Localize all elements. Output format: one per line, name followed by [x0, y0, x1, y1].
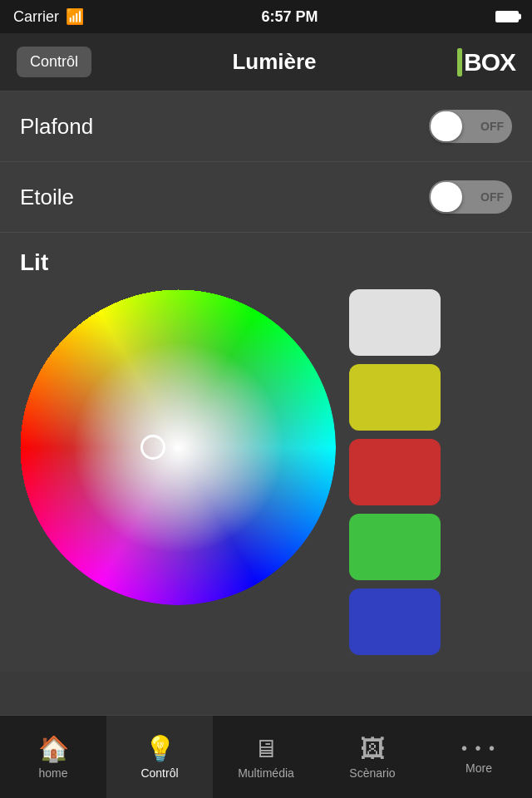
nav-title: Lumière [232, 49, 316, 75]
logo-bar [457, 48, 462, 76]
status-bar-left: Carrier 📶 [13, 7, 84, 26]
back-button[interactable]: Contrôl [17, 47, 91, 77]
plafond-toggle[interactable]: OFF [429, 110, 512, 143]
content-area: Plafond OFF Etoile OFF Lit [0, 91, 532, 672]
status-bar-right [495, 11, 519, 22]
color-swatches [349, 289, 512, 655]
wifi-icon: 📶 [66, 7, 84, 26]
tab-home[interactable]: 🏠 home [0, 716, 106, 798]
plafond-state: OFF [480, 120, 504, 133]
scenario-icon: 🖼 [360, 735, 385, 763]
tab-more-label: More [466, 761, 492, 775]
plafond-row: Plafond OFF [0, 91, 532, 162]
logo-text: BOX [464, 48, 515, 76]
swatch-white[interactable] [349, 289, 441, 356]
plafond-knob [431, 111, 462, 141]
control-icon: 💡 [145, 734, 175, 763]
swatch-blue[interactable] [349, 589, 441, 655]
etoile-toggle[interactable]: OFF [429, 180, 512, 214]
tab-scenario[interactable]: 🖼 Scènario [319, 716, 426, 798]
tab-control[interactable]: 💡 Contrôl [106, 716, 213, 798]
more-icon: • • • [461, 739, 496, 758]
lit-section: Lit [0, 233, 532, 672]
tab-multimedia[interactable]: 🖥 Multimédia [213, 716, 319, 798]
tab-bar: 🏠 home 💡 Contrôl 🖥 Multimédia 🖼 Scènario… [0, 715, 532, 798]
plafond-label: Plafond [20, 114, 93, 140]
nav-logo: BOX [457, 48, 515, 76]
status-bar: Carrier 📶 6:57 PM [0, 0, 532, 33]
nav-bar: Contrôl Lumière BOX [0, 33, 532, 91]
lit-label: Lit [20, 249, 512, 276]
swatch-green[interactable] [349, 514, 441, 580]
multimedia-icon: 🖥 [254, 735, 278, 763]
tab-home-label: home [38, 766, 67, 780]
etoile-row: Etoile OFF [0, 162, 532, 233]
tab-more[interactable]: • • • More [426, 716, 532, 798]
status-bar-time: 6:57 PM [261, 8, 318, 26]
color-wheel-container[interactable] [20, 289, 336, 605]
color-area [20, 289, 512, 655]
swatch-red[interactable] [349, 439, 441, 505]
etoile-state: OFF [480, 190, 504, 204]
tab-multimedia-label: Multimédia [238, 766, 294, 780]
color-wheel[interactable] [20, 289, 336, 605]
etoile-label: Etoile [20, 185, 74, 210]
tab-scenario-label: Scènario [349, 766, 395, 780]
tab-control-label: Contrôl [140, 766, 178, 780]
battery-icon [495, 11, 519, 22]
home-icon: 🏠 [38, 734, 69, 763]
carrier-label: Carrier [13, 8, 59, 26]
swatch-yellow[interactable] [349, 364, 441, 431]
etoile-knob [431, 182, 462, 212]
